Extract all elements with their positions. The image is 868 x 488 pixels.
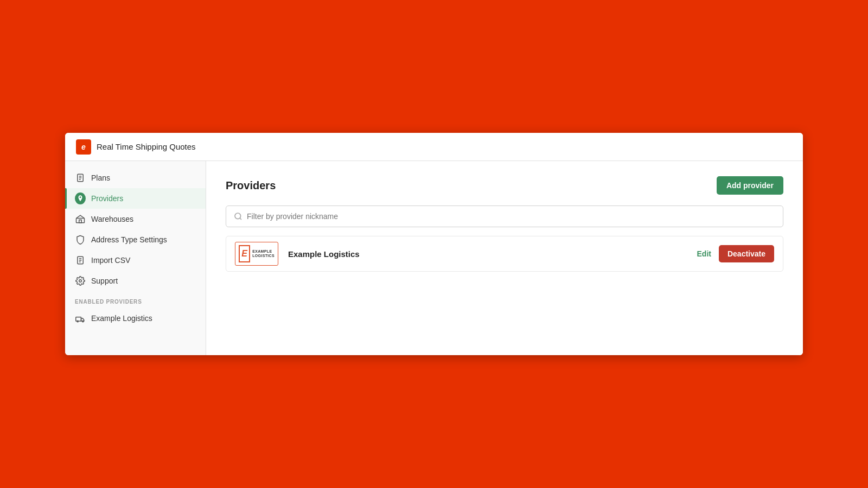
svg-rect-11: [76, 317, 81, 322]
app-window: e Real Time Shipping Quotes Plans: [65, 133, 803, 355]
sidebar-item-providers[interactable]: Providers: [65, 188, 206, 209]
sidebar-item-warehouses-label: Warehouses: [91, 215, 133, 223]
sidebar-item-support[interactable]: Support: [65, 271, 206, 291]
gear-icon: [75, 275, 86, 286]
search-input[interactable]: [247, 212, 775, 221]
sidebar-enabled-example-logistics-label: Example Logistics: [91, 314, 152, 323]
edit-button[interactable]: Edit: [697, 249, 711, 258]
sidebar-item-support-label: Support: [91, 277, 118, 285]
search-icon: [234, 212, 242, 221]
svg-point-14: [235, 213, 241, 219]
row-actions: Edit Deactivate: [697, 245, 775, 262]
svg-point-10: [79, 280, 82, 282]
search-bar: [226, 206, 783, 227]
providers-icon: [75, 193, 86, 204]
sidebar-enabled-example-logistics[interactable]: Example Logistics: [65, 308, 206, 329]
content-area: Providers Add provider E EXAMPLE: [206, 161, 803, 355]
sidebar-item-warehouses[interactable]: Warehouses: [65, 209, 206, 229]
svg-rect-4: [76, 219, 85, 223]
truck-icon: [75, 313, 86, 324]
sidebar-item-providers-label: Providers: [91, 194, 123, 203]
shield-icon: [75, 234, 86, 245]
svg-line-15: [240, 218, 241, 220]
sidebar-item-plans-label: Plans: [91, 174, 110, 182]
enabled-providers-section-label: ENABLED PROVIDERS: [65, 291, 206, 308]
sidebar-item-import-csv-label: Import CSV: [91, 256, 130, 265]
sidebar-item-import-csv[interactable]: Import CSV: [65, 250, 206, 271]
page-title: Providers: [226, 179, 276, 192]
sidebar-item-plans[interactable]: Plans: [65, 168, 206, 188]
svg-rect-5: [79, 220, 82, 223]
import-icon: [75, 255, 86, 266]
provider-row: E EXAMPLE LOGISTICS Example Logistics Ed…: [226, 236, 783, 272]
top-bar: e Real Time Shipping Quotes: [65, 133, 803, 161]
provider-name: Example Logistics: [288, 249, 697, 259]
app-logo: e: [76, 139, 91, 155]
warehouse-icon: [75, 214, 86, 224]
sidebar: Plans Providers: [65, 161, 206, 355]
deactivate-button[interactable]: Deactivate: [719, 245, 774, 262]
sidebar-item-address-type-settings[interactable]: Address Type Settings: [65, 229, 206, 250]
content-header: Providers Add provider: [226, 176, 783, 195]
app-title: Real Time Shipping Quotes: [97, 142, 196, 151]
main-content: Plans Providers: [65, 161, 803, 355]
logo-e-letter: E: [239, 245, 250, 262]
provider-logo: E EXAMPLE LOGISTICS: [235, 242, 278, 266]
add-provider-button[interactable]: Add provider: [717, 176, 783, 195]
logo-text: EXAMPLE LOGISTICS: [252, 249, 275, 258]
document-icon: [75, 172, 86, 183]
sidebar-item-address-type-settings-label: Address Type Settings: [91, 235, 167, 244]
